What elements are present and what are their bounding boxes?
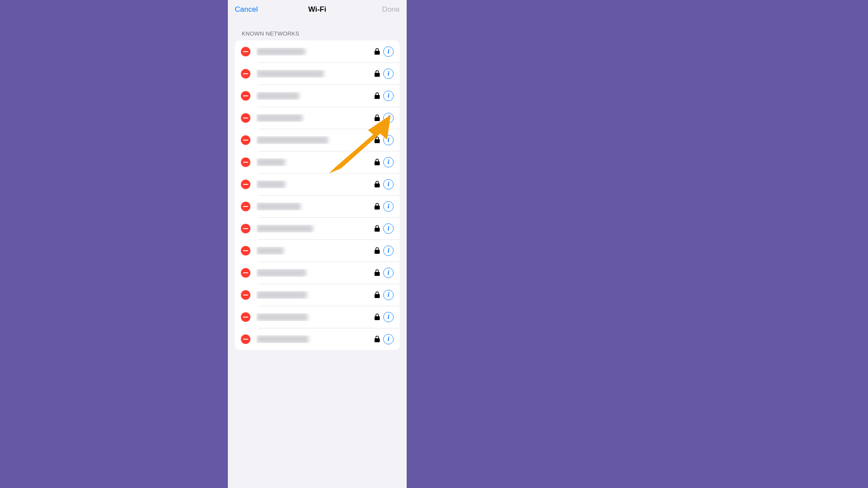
network-name xyxy=(256,114,371,122)
redacted-text xyxy=(256,158,285,166)
info-icon[interactable]: i xyxy=(383,135,394,145)
redacted-text xyxy=(256,92,299,100)
redacted-text xyxy=(256,313,308,321)
redacted-text xyxy=(256,225,313,233)
network-name xyxy=(256,313,371,321)
minus-circle-icon[interactable] xyxy=(241,312,250,322)
network-name xyxy=(256,335,371,343)
lock-icon xyxy=(375,247,380,254)
lock-icon xyxy=(375,48,380,55)
info-icon[interactable]: i xyxy=(383,157,394,167)
minus-circle-icon[interactable] xyxy=(241,47,250,56)
network-name xyxy=(256,70,371,78)
wifi-settings-modal: Cancel Wi-Fi Done KNOWN NETWORKS i i i i… xyxy=(228,0,407,488)
network-row[interactable]: i xyxy=(235,284,400,306)
lock-icon xyxy=(375,314,380,320)
lock-icon xyxy=(375,225,380,232)
info-icon[interactable]: i xyxy=(383,246,394,256)
network-name xyxy=(256,48,371,56)
lock-icon xyxy=(375,137,380,143)
network-row[interactable]: i xyxy=(235,40,400,62)
info-icon[interactable]: i xyxy=(383,91,394,101)
lock-icon xyxy=(375,181,380,187)
minus-circle-icon[interactable] xyxy=(241,180,250,189)
network-row[interactable]: i xyxy=(235,173,400,195)
network-name xyxy=(256,291,371,299)
minus-circle-icon[interactable] xyxy=(241,268,250,278)
lock-icon xyxy=(375,203,380,210)
network-row[interactable]: i xyxy=(235,306,400,328)
network-row[interactable]: i xyxy=(235,239,400,262)
minus-circle-icon[interactable] xyxy=(241,334,250,344)
network-name xyxy=(256,247,371,255)
minus-circle-icon[interactable] xyxy=(241,246,250,255)
lock-icon xyxy=(375,92,380,99)
minus-circle-icon[interactable] xyxy=(241,91,250,101)
network-name xyxy=(256,158,371,166)
lock-icon xyxy=(375,269,380,276)
network-row[interactable]: i xyxy=(235,151,400,173)
cancel-button[interactable]: Cancel xyxy=(235,5,265,14)
minus-circle-icon[interactable] xyxy=(241,157,250,167)
info-icon[interactable]: i xyxy=(383,179,394,190)
lock-icon xyxy=(375,115,380,121)
minus-circle-icon[interactable] xyxy=(241,113,250,123)
minus-circle-icon[interactable] xyxy=(241,290,250,300)
network-row[interactable]: i xyxy=(235,129,400,151)
minus-circle-icon[interactable] xyxy=(241,224,250,233)
known-networks-list: i i i i i i i i i i i i i i xyxy=(235,40,400,350)
info-icon[interactable]: i xyxy=(383,46,394,57)
minus-circle-icon[interactable] xyxy=(241,135,250,145)
network-name xyxy=(256,136,371,144)
done-button[interactable]: Done xyxy=(369,5,400,14)
network-name xyxy=(256,203,371,210)
redacted-text xyxy=(256,247,283,255)
minus-circle-icon[interactable] xyxy=(241,69,250,79)
info-icon[interactable]: i xyxy=(383,113,394,123)
info-icon[interactable]: i xyxy=(383,312,394,322)
network-row[interactable]: i xyxy=(235,328,400,350)
redacted-text xyxy=(256,203,301,210)
redacted-text xyxy=(256,136,328,144)
redacted-text xyxy=(256,291,307,299)
redacted-text xyxy=(256,70,324,78)
info-icon[interactable]: i xyxy=(383,223,394,234)
network-row[interactable]: i xyxy=(235,262,400,284)
network-name xyxy=(256,269,371,277)
minus-circle-icon[interactable] xyxy=(241,202,250,211)
redacted-text xyxy=(256,48,305,56)
network-row[interactable]: i xyxy=(235,195,400,217)
network-name xyxy=(256,92,371,100)
network-row[interactable]: i xyxy=(235,107,400,129)
lock-icon xyxy=(375,159,380,165)
info-icon[interactable]: i xyxy=(383,268,394,278)
section-header-known-networks: KNOWN NETWORKS xyxy=(228,19,407,40)
network-name xyxy=(256,180,371,188)
navbar: Cancel Wi-Fi Done xyxy=(228,0,407,19)
lock-icon xyxy=(375,291,380,298)
lock-icon xyxy=(375,336,380,342)
redacted-text xyxy=(256,335,309,343)
network-row[interactable]: i xyxy=(235,62,400,85)
network-row[interactable]: i xyxy=(235,85,400,107)
info-icon[interactable]: i xyxy=(383,201,394,212)
page-title: Wi-Fi xyxy=(265,5,369,14)
redacted-text xyxy=(256,269,306,277)
redacted-text xyxy=(256,180,285,188)
redacted-text xyxy=(256,114,302,122)
info-icon[interactable]: i xyxy=(383,334,394,344)
network-row[interactable]: i xyxy=(235,217,400,239)
info-icon[interactable]: i xyxy=(383,69,394,79)
info-icon[interactable]: i xyxy=(383,290,394,300)
network-name xyxy=(256,225,371,233)
lock-icon xyxy=(375,70,380,77)
